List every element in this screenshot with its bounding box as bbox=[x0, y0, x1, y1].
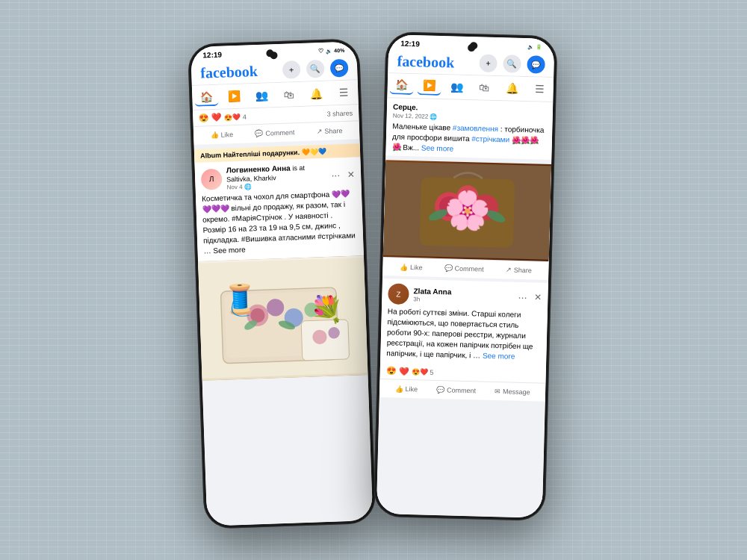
avatar-left: Л bbox=[201, 168, 223, 190]
comment-btn-top[interactable]: 💬 Comment bbox=[250, 126, 300, 140]
post-body-left: Косметичка та чохол для смартфона 💜💜💜💜💜 … bbox=[196, 188, 364, 261]
nav-menu-right[interactable]: ☰ bbox=[527, 80, 552, 99]
nav-menu-left[interactable]: ☰ bbox=[332, 83, 356, 102]
post-body-zlata: На роботі суттєві зміни. Старші колеги п… bbox=[380, 306, 548, 367]
add-button-right[interactable]: + bbox=[479, 54, 498, 72]
post-close-zlata[interactable]: ✕ bbox=[534, 292, 542, 302]
post-image-right: 👍 Like 💬 Comment ↗ Share bbox=[382, 160, 551, 280]
svg-point-17 bbox=[456, 185, 479, 208]
nav-home-left[interactable]: 🏠 bbox=[193, 88, 218, 107]
time-left: 12:19 bbox=[202, 51, 222, 60]
fb-logo-left: facebook bbox=[200, 62, 258, 81]
nav-notifications-right[interactable]: 🔔 bbox=[500, 79, 524, 98]
fb-header-icons-right: + 🔍 💬 bbox=[479, 54, 545, 73]
embroidery-cosmetic-bag bbox=[198, 255, 368, 381]
like-btn-top[interactable]: 👍 Like bbox=[205, 128, 238, 141]
nav-marketplace-right[interactable]: 🛍 bbox=[472, 78, 497, 97]
status-icons-right: 🔉 🔋 bbox=[527, 44, 542, 51]
post-image-left bbox=[198, 255, 368, 381]
reaction-count: 😍❤️ 4 bbox=[224, 113, 247, 121]
author-name-left: Логвиненко Анна bbox=[226, 164, 291, 175]
feed-left: 😍 ❤️ 😍❤️ 4 3 shares 👍 Like 💬 Comment bbox=[193, 105, 373, 526]
embroidery-image-right bbox=[383, 160, 551, 261]
messenger-button-left[interactable]: 💬 bbox=[330, 59, 349, 78]
fb-logo-right: facebook bbox=[397, 52, 454, 71]
post-actions-zlata: 👍 Like 💬 Comment ✉ Message bbox=[379, 379, 546, 402]
feed-right: Серце. Nov 12, 2022 🌐 Маленьке цікаве #з… bbox=[376, 98, 554, 518]
comment-btn-right-1[interactable]: 💬 Comment bbox=[439, 262, 488, 276]
svg-point-21 bbox=[455, 217, 478, 225]
add-button-left[interactable]: + bbox=[282, 60, 301, 79]
nav-friends-right[interactable]: 👥 bbox=[444, 78, 469, 96]
phone-screen-right: 12:19 🔉 🔋 facebook + 🔍 💬 🏠 ▶️ 👥 🛍 🔔 ☰ bbox=[376, 34, 555, 518]
share-btn-top[interactable]: ↗ Share bbox=[311, 125, 347, 138]
main-post-left: Л Логвиненко Анна is at Saltivka, Kharki… bbox=[194, 157, 368, 381]
nav-video-left[interactable]: ▶️ bbox=[221, 87, 246, 106]
share-btn-right-1[interactable]: ↗ Share bbox=[501, 264, 536, 276]
post-close-left[interactable]: ✕ bbox=[347, 169, 355, 179]
like-btn-zlata[interactable]: 👍 Like bbox=[390, 382, 422, 395]
partial-post-body: Маленьке цікаве #замовлення : торбиночка… bbox=[391, 121, 546, 159]
comment-btn-zlata[interactable]: 💬 Comment bbox=[432, 384, 480, 397]
post-menu-zlata[interactable]: ··· bbox=[518, 291, 527, 303]
album-label: Album Найтепліші подарунки. 🧡💛💙 bbox=[200, 148, 326, 160]
zlata-reaction-count: 😍❤️ 5 bbox=[412, 368, 434, 376]
nav-marketplace-left[interactable]: 🛍 bbox=[276, 85, 301, 104]
post-zlata: Z Zlata Anna 3h ··· ✕ На роботі суттєві … bbox=[379, 279, 548, 402]
phone-screen-left: 12:19 ♡ 🔉 40% facebook + 🔍 💬 🏠 ▶️ 👥 🛍 🔔 … bbox=[190, 41, 373, 526]
phone-left: 12:19 ♡ 🔉 40% facebook + 🔍 💬 🏠 ▶️ 👥 🛍 🔔 … bbox=[187, 38, 376, 529]
nav-friends-left[interactable]: 👥 bbox=[249, 86, 273, 105]
status-icons-left: ♡ 🔉 40% bbox=[318, 47, 344, 55]
post-header-zlata: Z Zlata Anna 3h ··· ✕ bbox=[382, 279, 548, 311]
search-button-left[interactable]: 🔍 bbox=[306, 60, 325, 78]
nav-home-right[interactable]: 🏠 bbox=[389, 76, 414, 95]
time-right: 12:19 bbox=[400, 40, 420, 49]
like-btn-right-1[interactable]: 👍 Like bbox=[395, 261, 427, 274]
message-btn-zlata[interactable]: ✉ Message bbox=[490, 385, 535, 399]
post-menu-left[interactable]: ··· bbox=[331, 169, 340, 181]
prev-post-reactions: 😍 ❤️ 😍❤️ 4 3 shares 👍 Like 💬 Comment bbox=[193, 105, 359, 145]
partial-post-right: Серце. Nov 12, 2022 🌐 Маленьке цікаве #з… bbox=[385, 98, 553, 160]
phone-right: 12:19 🔉 🔋 facebook + 🔍 💬 🏠 ▶️ 👥 🛍 🔔 ☰ bbox=[374, 31, 558, 521]
embroidery-svg-right bbox=[383, 160, 551, 261]
nav-notifications-left[interactable]: 🔔 bbox=[304, 84, 329, 103]
shares-count: 3 shares bbox=[327, 109, 353, 117]
search-button-right[interactable]: 🔍 bbox=[503, 55, 521, 73]
avatar-zlata: Z bbox=[388, 283, 409, 305]
post-text-left: Косметичка та чохол для смартфона 💜💜💜💜💜 … bbox=[202, 190, 356, 255]
nav-video-right[interactable]: ▶️ bbox=[417, 77, 441, 96]
embroidery-svg bbox=[198, 255, 368, 381]
partial-post-title: Серце. bbox=[393, 102, 418, 111]
fb-header-icons-left: + 🔍 💬 bbox=[282, 59, 349, 79]
messenger-button-right[interactable]: 💬 bbox=[527, 55, 545, 74]
